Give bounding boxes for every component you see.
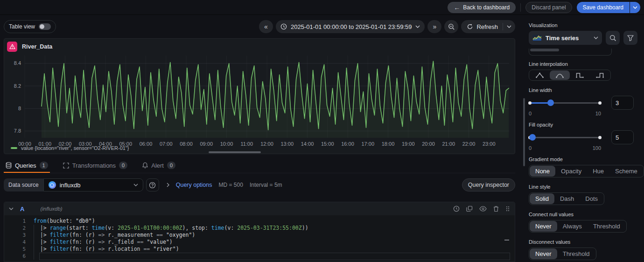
query-history-button[interactable] [453,205,460,212]
top-bar: ← Back to dashboard Discard panel Save d… [0,0,644,15]
discard-panel-button[interactable]: Discard panel [525,2,572,13]
interpolation-step-after-button[interactable] [590,71,610,80]
back-to-dashboard-button[interactable]: ← Back to dashboard [448,2,516,13]
alert-count-badge: 0 [167,162,175,169]
tab-alert-label: Alert [151,162,164,169]
line-interpolation-group [529,70,611,81]
filter-options-button[interactable] [623,31,637,45]
line-width-input[interactable] [611,96,634,110]
gradient-mode-label: Gradient mode [529,156,637,162]
tab-transformations[interactable]: Transformations 0 [61,159,130,173]
svg-text:06:00: 06:00 [140,141,153,147]
query-inspector-button[interactable]: Query inspector [462,178,515,191]
options-scrollbar[interactable] [523,98,525,166]
fill-opacity-slider-handle[interactable] [529,134,536,141]
line-style-solid[interactable]: Solid [530,193,554,204]
time-range-picker[interactable]: 2025-01-01 00:00:00 to 2025-01-01 23:59:… [276,20,425,33]
time-shift-forward-button[interactable]: » [427,20,441,33]
zoom-out-icon [448,23,455,30]
interpolation-step-before-button[interactable] [570,71,590,80]
datasource-label: Data source [4,178,43,191]
panel-title[interactable]: River_Data [22,43,52,50]
line-width-minmax: 010 [529,111,601,116]
visualization-label: Visualization [529,22,637,28]
line-style-dash[interactable]: Dash [554,193,580,204]
query-options-toggle[interactable]: Query options MD = 500 Interval = 5m [167,182,282,188]
svg-text:8.4: 8.4 [14,60,21,66]
svg-text:14:00: 14:00 [301,141,314,147]
hide-query-button[interactable] [479,206,487,212]
refresh-icon [467,23,473,30]
timeseries-svg[interactable]: 00:0001:0002:0003:0004:0005:0006:0007:00… [4,52,513,148]
panel-toolbar: Table view « 2025-01-01 00:00:00 to 2025… [4,20,515,34]
datasource-row: Data source influxdb Query options MD = … [4,178,515,192]
connect-nulls-threshold[interactable]: Threshold [588,221,626,232]
query-ref-id[interactable]: A [20,205,24,212]
code-line[interactable]: 1from(bucket: "db0") [14,218,515,225]
chevron-down-icon [594,36,598,39]
svg-text:13:00: 13:00 [280,141,294,147]
time-shift-back-button[interactable]: « [259,20,273,33]
interpolation-linear-button[interactable] [530,71,550,80]
zoom-out-time-button[interactable] [444,20,458,33]
code-line[interactable]: 5 |> filter(fn: (r) => r.location == "ri… [14,246,515,253]
query-row-actions [453,205,510,212]
line-width-slider[interactable] [529,99,601,106]
query-row-header[interactable]: A (influxdb) [4,202,515,215]
search-icon [609,35,616,42]
search-options-button[interactable] [606,31,620,45]
tab-queries[interactable]: Queries 1 [4,159,50,173]
table-view-toggle[interactable]: Table view [4,20,56,33]
refresh-label: Refresh [476,23,498,30]
panel-alert-badge[interactable] [7,42,17,52]
code-line[interactable]: 3 |> filter(fn: (r) => r._measurement ==… [14,232,515,239]
gradient-mode-scheme[interactable]: Scheme [609,166,643,177]
remove-query-button[interactable] [493,205,499,212]
chevron-down-icon [633,6,637,9]
connect-nulls-never[interactable]: Never [530,221,557,232]
drag-handle[interactable] [505,205,510,212]
table-view-switch[interactable] [39,23,51,30]
code-line[interactable]: 4 |> filter(fn: (r) => r._field == "valu… [14,239,515,246]
gradient-mode-hue[interactable]: Hue [587,166,609,177]
disconnect-values-never[interactable]: Never [530,248,557,259]
legend-label: value {location="river", sensor="O2-RIVE… [21,145,129,151]
fill-opacity-input[interactable] [611,130,634,144]
connect-nulls-always[interactable]: Always [557,221,588,232]
copy-icon [466,205,473,212]
datasource-value: influxdb [60,182,130,189]
time-range-text: 2025-01-01 00:00:00 to 2025-01-01 23:59:… [291,23,412,30]
gradient-mode-group: None Opacity Hue Scheme [529,165,644,177]
duplicate-query-button[interactable] [466,205,473,212]
flux-code-editor[interactable]: 1from(bucket: "db0")2 |> range(start: ti… [4,215,515,260]
refresh-split-button: Refresh [461,20,515,33]
datasource-picker[interactable]: influxdb [43,178,143,191]
datasource-help-button[interactable] [146,178,159,191]
horizontal-scrollbar[interactable] [209,151,261,153]
svg-text:09:00: 09:00 [200,141,213,147]
code-line[interactable]: 2 |> range(start: time(v: 2025-01-01T00:… [14,225,515,232]
visualization-picker[interactable]: Time series [529,31,602,45]
code-line[interactable]: 6 [14,253,515,260]
tab-alert[interactable]: Alert 0 [140,159,177,173]
refresh-interval-caret[interactable] [503,20,515,33]
interpolation-smooth-button[interactable] [550,71,570,80]
line-width-slider-handle[interactable] [547,99,554,106]
gradient-mode-opacity[interactable]: Opacity [555,166,587,177]
refresh-button[interactable]: Refresh [461,20,503,33]
svg-text:23:00: 23:00 [483,141,496,147]
fill-opacity-slider[interactable] [529,134,601,141]
history-icon [453,205,460,212]
save-dashboard-caret-button[interactable] [630,2,640,13]
legend-item[interactable]: value {location="river", sensor="O2-RIVE… [11,145,129,151]
filter-funnel-icon [627,35,634,41]
transformations-icon [63,163,69,169]
disconnect-values-threshold[interactable]: Threshold [557,248,595,259]
query-inspector-label: Query inspector [468,182,509,188]
time-controls: « 2025-01-01 00:00:00 to 2025-01-01 23:5… [259,20,515,33]
line-style-label: Line style [529,184,637,190]
query-options-md: MD = 500 [219,182,243,188]
line-style-dots[interactable]: Dots [580,193,603,204]
gradient-mode-none[interactable]: None [530,166,555,177]
save-dashboard-button[interactable]: Save dashboard [577,2,630,13]
